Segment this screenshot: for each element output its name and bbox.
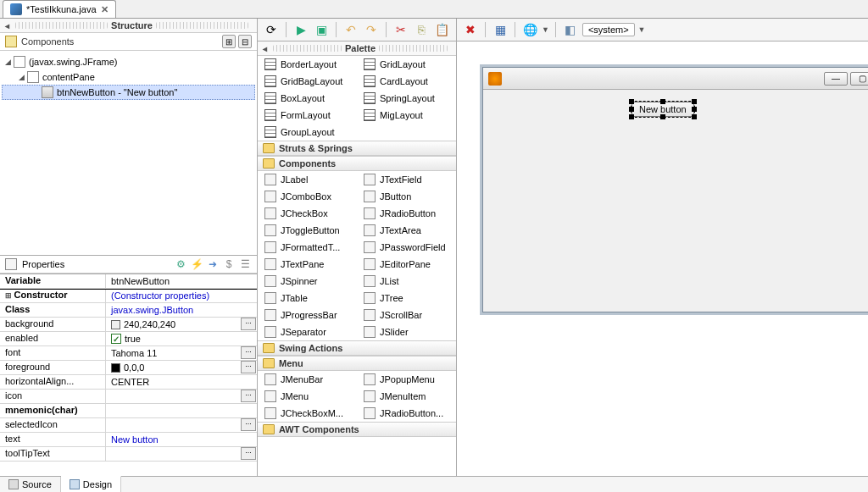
resize-handle[interactable] [629,107,634,112]
property-value[interactable]: Tahoma 11··· [106,346,257,360]
property-value[interactable]: 0,0,0··· [106,361,257,374]
palette-item[interactable]: BoxLayout [258,90,357,107]
palette-item[interactable]: JMenuItem [357,388,456,405]
resize-handle[interactable] [692,107,697,112]
goto-definition-icon[interactable]: ➜ [206,257,220,271]
property-row[interactable]: selectedIcon··· [0,418,257,433]
palette-category[interactable]: Struts & Springs [258,141,456,156]
designed-window[interactable]: — ▢ ✕ New button [482,67,868,312]
collapse-icon[interactable]: ◂ [263,44,267,53]
property-value[interactable]: 240,240,240··· [106,318,257,331]
layout-assistant-icon[interactable]: ▦ [492,21,509,38]
component-tree[interactable]: ◢ (javax.swing.JFrame) ◢ contentPane btn… [0,51,257,103]
palette-item[interactable] [357,124,456,141]
cut-icon[interactable]: ✂ [392,21,409,38]
palette-category[interactable]: Menu [258,356,456,371]
tree-node-button[interactable]: btnNewButton - "New button" [2,85,255,100]
preview-icon[interactable]: ▣ [313,21,330,38]
property-value[interactable]: ··· [106,390,257,403]
property-row[interactable]: textNew button [0,433,257,447]
palette-item[interactable]: JButton [357,188,456,205]
show-advanced-icon[interactable]: ⚙ [174,257,187,271]
palette-item[interactable]: JFormattedT... [258,239,357,256]
palette-item[interactable]: JPasswordField [357,239,456,256]
property-value[interactable]: CENTER [106,375,257,389]
collapse-all-button[interactable]: ⊟ [238,35,252,48]
resize-handle[interactable] [692,99,697,104]
design-tab[interactable]: Design [61,476,121,492]
variable-icon[interactable]: $ [222,257,236,271]
palette-item[interactable]: GridBagLayout [258,73,357,90]
palette-item[interactable]: MigLayout [357,107,456,124]
property-value[interactable]: ✓true [106,332,257,346]
palette-item[interactable]: JTree [357,290,456,307]
window-titlebar[interactable]: — ▢ ✕ [483,68,868,90]
redo-icon[interactable]: ↷ [363,21,380,38]
property-value[interactable]: btnNewButton [106,274,257,288]
refresh-icon[interactable]: ⟳ [263,21,280,38]
property-value[interactable]: javax.swing.JButton [106,303,257,317]
resize-handle[interactable] [629,99,634,104]
property-row[interactable]: enabled✓true [0,332,257,346]
maximize-icon[interactable]: ▢ [850,72,868,86]
palette-item[interactable]: JTextArea [357,222,456,239]
palette-item[interactable]: JComboBox [258,188,357,205]
designed-button[interactable]: New button [632,102,694,117]
copy-icon[interactable]: ⎘ [413,21,430,38]
edit-value-button[interactable]: ··· [241,418,256,431]
property-row[interactable]: VariablebtnNewButton [0,274,257,289]
test-icon[interactable]: ▶ [292,21,309,38]
palette-item[interactable]: CardLayout [357,73,456,90]
palette-item[interactable]: JSeparator [258,323,357,340]
source-tab[interactable]: Source [0,477,61,492]
checkbox-icon[interactable]: ✓ [111,334,121,344]
palette-category[interactable]: Swing Actions [258,340,456,356]
property-value[interactable]: ··· [106,447,257,461]
palette-item[interactable]: JTable [258,290,357,307]
palette-item[interactable]: JCheckBox [258,205,357,222]
delete-icon[interactable]: ✖ [462,21,479,38]
tree-node-frame[interactable]: ◢ (javax.swing.JFrame) [2,54,255,69]
palette-list[interactable]: BorderLayoutGridLayoutGridBagLayoutCardL… [258,56,456,476]
palette-item[interactable]: SpringLayout [357,90,456,107]
tree-expand-icon[interactable]: ◢ [5,58,14,66]
palette-category[interactable]: Components [258,156,456,171]
property-row[interactable]: foreground0,0,0··· [0,361,257,375]
palette-category[interactable]: AWT Components [258,422,456,437]
collapse-icon[interactable]: ◂ [5,21,9,30]
edit-value-button[interactable]: ··· [241,390,256,402]
palette-item[interactable]: JList [357,273,456,290]
palette-item[interactable]: JSlider [357,323,456,340]
dropdown-arrow-icon[interactable]: ▼ [638,25,646,34]
dropdown-arrow-icon[interactable]: ▼ [542,25,549,34]
palette-item[interactable]: JTextField [357,171,456,188]
tree-node-contentpane[interactable]: ◢ contentPane [2,69,255,85]
editor-tab[interactable]: *TestiIkkuna.java ✕ [3,0,116,18]
resize-handle[interactable] [660,114,665,119]
resize-handle[interactable] [629,114,634,119]
palette-item[interactable]: JLabel [258,171,357,188]
look-and-feel-combo[interactable]: <system> [582,23,635,36]
property-row[interactable]: horizontalAlign...CENTER [0,375,257,390]
property-row[interactable]: toolTipText··· [0,447,257,462]
property-value[interactable] [106,404,257,417]
edit-value-button[interactable]: ··· [241,346,256,359]
palette-item[interactable]: JPopupMenu [357,371,456,388]
expand-all-button[interactable]: ⊞ [222,35,236,48]
palette-item[interactable]: JRadioButton [357,205,456,222]
palette-item[interactable]: JRadioButton... [357,405,456,422]
palette-item[interactable]: JCheckBoxM... [258,405,357,422]
property-row[interactable]: icon··· [0,390,257,404]
resize-handle[interactable] [692,114,697,119]
undo-icon[interactable]: ↶ [342,21,359,38]
edit-value-button[interactable]: ··· [241,318,256,330]
palette-item[interactable]: JProgressBar [258,307,357,323]
property-value[interactable]: ··· [106,418,257,432]
palette-item[interactable]: JToggleButton [258,222,357,239]
minimize-icon[interactable]: — [824,72,848,86]
palette-item[interactable]: FormLayout [258,107,357,124]
property-row[interactable]: ⊞ Constructor(Constructor properties) [0,289,257,303]
tree-expand-icon[interactable]: ◢ [19,73,27,81]
look-and-feel-icon[interactable]: ◧ [562,21,579,38]
palette-item[interactable]: GroupLayout [258,124,357,141]
